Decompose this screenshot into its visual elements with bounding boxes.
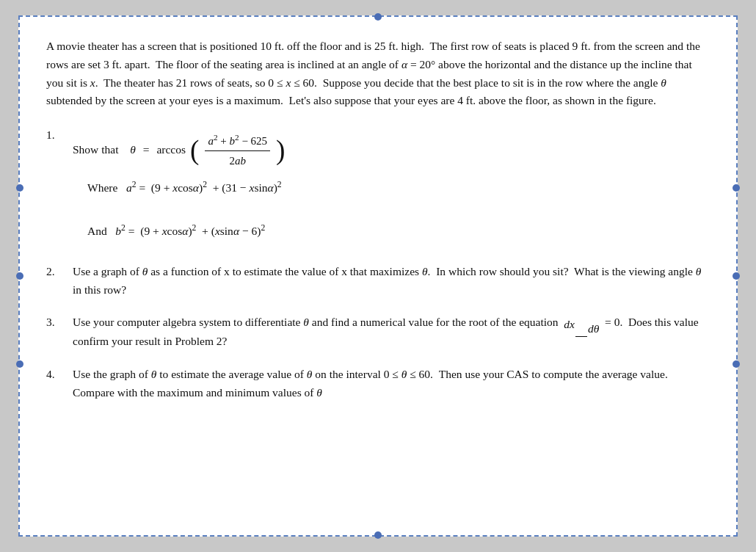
problem-4-content: Use the graph of θ to estimate the avera… <box>73 366 710 402</box>
problem-3-num: 3. <box>46 313 73 351</box>
problem-2-content: Use a graph of θ as a function of x to e… <box>73 263 710 299</box>
border-dot-right-upper <box>733 184 740 192</box>
fraction-numerator: a2 + b2 − 625 <box>205 131 270 151</box>
where-equation: Where a2 = (9 + xcosα)2 + (31 − xsinα)2 <box>87 177 710 199</box>
problems-list: 1. Show that θ = arccos ( a2 + b2 − 625 … <box>46 126 710 402</box>
intro-paragraph: A movie theater has a screen that is pos… <box>46 37 710 110</box>
border-dot-left-upper <box>16 184 23 192</box>
fraction-formula: a2 + b2 − 625 2ab <box>205 131 270 170</box>
problem-4: 4. Use the graph of θ to estimate the av… <box>46 366 710 402</box>
theta-symbol: θ <box>130 141 136 159</box>
fraction-denominator: 2ab <box>227 151 250 170</box>
dtheta-label: dθ <box>588 320 599 338</box>
border-dot-right-mid <box>733 272 740 280</box>
sub-equations-block: Where a2 = (9 + xcosα)2 + (31 − xsinα)2 … <box>87 177 710 242</box>
problem-1-content: Show that θ = arccos ( a2 + b2 − 625 2ab… <box>73 126 710 248</box>
and-equation: And b2 = (9 + xcosα)2 + (xsinα − 6)2 <box>87 220 710 242</box>
close-paren: ) <box>276 139 285 162</box>
problem-1-num: 1. <box>46 126 73 248</box>
dx-label: dx <box>564 316 575 334</box>
problem-3: 3. Use your computer algebra system to d… <box>46 313 710 351</box>
and-label: And <box>87 225 107 237</box>
a-squared: a <box>126 181 132 194</box>
problem-4-num: 4. <box>46 366 73 402</box>
open-paren: ( <box>190 139 199 162</box>
problem-1: 1. Show that θ = arccos ( a2 + b2 − 625 … <box>46 126 710 248</box>
border-dot-top <box>374 13 382 21</box>
problem-2-num: 2. <box>46 263 73 299</box>
problem-1-formula: Show that θ = arccos ( a2 + b2 − 625 2ab… <box>73 131 710 170</box>
problem-2: 2. Use a graph of θ as a function of x t… <box>46 263 710 299</box>
show-label: Show that <box>73 141 118 159</box>
main-page: A movie theater has a screen that is pos… <box>18 15 738 537</box>
border-dot-left-mid <box>16 272 23 280</box>
where-label: Where <box>87 181 117 194</box>
border-dot-bottom <box>374 531 382 539</box>
arccos-label: arccos <box>156 141 186 159</box>
border-dot-right-lower <box>733 360 740 368</box>
border-dot-left-lower <box>16 360 23 368</box>
problem-3-content: Use your computer algebra system to diff… <box>73 313 710 351</box>
b-squared: b <box>115 225 121 237</box>
